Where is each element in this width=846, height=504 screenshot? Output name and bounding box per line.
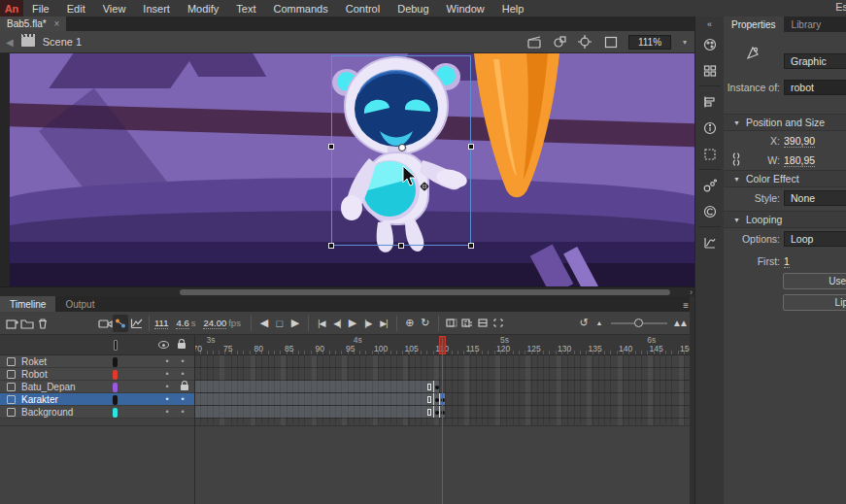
layer-color-swatch[interactable] bbox=[113, 395, 118, 405]
w-value[interactable]: 180,95 bbox=[784, 154, 815, 167]
stage-horizontal-scrollbar[interactable]: › bbox=[0, 286, 694, 296]
workspace-switcher[interactable]: Es bbox=[835, 1, 846, 13]
frame-span[interactable] bbox=[194, 381, 433, 392]
center-stage-button[interactable] bbox=[578, 34, 593, 50]
disclosure-triangle-icon[interactable]: ▼ bbox=[733, 217, 740, 223]
tab-timeline[interactable]: Timeline bbox=[0, 296, 55, 312]
previous-keyframe-button[interactable]: ◀| bbox=[329, 315, 345, 332]
frame-span[interactable] bbox=[194, 406, 433, 418]
transform-panel-button[interactable] bbox=[695, 141, 725, 167]
menu-file[interactable]: File bbox=[23, 3, 58, 15]
back-arrow-icon[interactable]: ◀ bbox=[6, 37, 14, 48]
onion-skin-button[interactable] bbox=[444, 315, 459, 332]
slider-knob[interactable] bbox=[634, 319, 643, 327]
disclosure-triangle-icon[interactable]: ▼ bbox=[733, 119, 740, 126]
menu-window[interactable]: Window bbox=[438, 3, 493, 15]
layer-visibility-dot[interactable]: • bbox=[160, 393, 174, 406]
layer-visibility-dot[interactable]: • bbox=[160, 355, 174, 368]
panel-menu-icon[interactable]: ≡ bbox=[683, 300, 689, 311]
layer-lock-dot[interactable]: • bbox=[176, 355, 189, 368]
menu-help[interactable]: Help bbox=[493, 3, 533, 15]
menu-edit[interactable]: Edit bbox=[58, 3, 94, 15]
layer-color-swatch[interactable] bbox=[113, 408, 118, 418]
lock-icon[interactable] bbox=[178, 343, 186, 349]
zoom-level-select[interactable]: 111% bbox=[628, 35, 671, 50]
x-value[interactable]: 390,90 bbox=[784, 135, 815, 148]
section-position-size[interactable]: ▼ Position and Size bbox=[724, 114, 846, 131]
brush-library-panel-button[interactable] bbox=[695, 172, 725, 198]
instance-name-field[interactable]: robot bbox=[784, 80, 846, 95]
go-to-last-frame-button[interactable]: ▶| bbox=[376, 315, 391, 332]
layer-locked-icon[interactable] bbox=[181, 385, 188, 390]
center-frame-button[interactable]: ⊕ bbox=[402, 315, 418, 332]
modify-markers-button[interactable] bbox=[491, 315, 506, 332]
tab-properties[interactable]: Properties bbox=[724, 17, 784, 32]
edit-multiple-frames-button[interactable] bbox=[475, 315, 491, 332]
delete-layer-button[interactable] bbox=[35, 315, 51, 332]
style-select[interactable]: None bbox=[784, 190, 846, 206]
cc-libraries-panel-button[interactable] bbox=[695, 198, 725, 224]
section-color-effect[interactable]: ▼ Color Effect bbox=[724, 170, 846, 187]
layer-row-karakter[interactable]: Karakter•• bbox=[0, 393, 194, 406]
layer-visibility-dot[interactable]: • bbox=[160, 368, 174, 381]
clip-content-button[interactable] bbox=[603, 34, 619, 50]
edit-symbols-button[interactable] bbox=[553, 34, 568, 50]
stage-pasteboard[interactable] bbox=[0, 53, 694, 286]
tab-output[interactable]: Output bbox=[55, 296, 104, 312]
eye-icon[interactable] bbox=[158, 341, 169, 349]
menu-control[interactable]: Control bbox=[337, 3, 389, 15]
next-keyframe-button[interactable]: |▶ bbox=[360, 315, 376, 332]
close-icon[interactable]: × bbox=[54, 18, 60, 29]
symbol-type-select[interactable]: Graphic bbox=[784, 53, 846, 69]
link-width-height-icon[interactable] bbox=[731, 151, 745, 167]
info-panel-button[interactable] bbox=[695, 115, 725, 141]
selection-handle-bottom-right[interactable] bbox=[468, 243, 474, 249]
reset-timeline-zoom-button[interactable]: ↺ bbox=[576, 315, 592, 332]
stop-button[interactable]: □ bbox=[272, 315, 288, 332]
edit-scene-button[interactable] bbox=[527, 34, 543, 50]
keyframe[interactable] bbox=[433, 381, 439, 392]
selection-handle-bottom-left[interactable] bbox=[328, 243, 334, 249]
selection-bounding-box[interactable] bbox=[331, 55, 471, 246]
zoom-out-frames-button[interactable]: ▲ bbox=[592, 315, 607, 332]
layer-lock-dot[interactable]: • bbox=[176, 406, 189, 419]
layer-visibility-dot[interactable]: • bbox=[160, 406, 174, 419]
layer-visibility-dot[interactable]: • bbox=[160, 381, 174, 393]
menu-commands[interactable]: Commands bbox=[264, 3, 336, 15]
layer-row-roket[interactable]: Roket•• bbox=[0, 355, 194, 368]
menu-debug[interactable]: Debug bbox=[389, 3, 437, 15]
transform-point[interactable] bbox=[398, 144, 406, 151]
menu-modify[interactable]: Modify bbox=[179, 3, 227, 15]
layer-row-background[interactable]: Background•• bbox=[0, 406, 194, 419]
collapse-panels-icon[interactable]: « bbox=[695, 17, 724, 31]
swatches-panel-button[interactable] bbox=[695, 57, 725, 84]
playhead-line[interactable] bbox=[442, 336, 444, 504]
scene-name[interactable]: Scene 1 bbox=[43, 36, 82, 48]
layer-lock-dot[interactable]: • bbox=[176, 393, 189, 406]
frame-span[interactable] bbox=[194, 393, 433, 405]
layer-color-swatch[interactable] bbox=[113, 357, 118, 367]
layer-lock-dot[interactable]: • bbox=[176, 368, 189, 381]
play-button[interactable]: ▶ bbox=[345, 315, 360, 332]
menu-insert[interactable]: Insert bbox=[134, 3, 179, 15]
zoom-in-frames-button[interactable]: ▲▲ bbox=[671, 315, 687, 332]
selection-handle-bottom-center[interactable] bbox=[398, 243, 404, 249]
selection-handle-right[interactable] bbox=[468, 144, 474, 150]
align-panel-button[interactable] bbox=[695, 88, 725, 115]
step-back-button[interactable]: ◀ bbox=[256, 315, 272, 332]
disclosure-triangle-icon[interactable]: ▼ bbox=[733, 176, 740, 183]
document-tab[interactable]: Bab5.fla* × bbox=[0, 17, 66, 31]
layer-frames-divider[interactable] bbox=[194, 335, 195, 504]
onion-skin-outlines-button[interactable] bbox=[459, 315, 475, 332]
color-panel-button[interactable] bbox=[695, 31, 725, 57]
new-layer-button[interactable] bbox=[4, 315, 19, 332]
elapsed-time-value[interactable]: 4.6 bbox=[176, 318, 188, 329]
step-forward-button[interactable]: ▶ bbox=[288, 315, 303, 332]
show-parenting-button[interactable] bbox=[113, 315, 128, 332]
layer-row-robot[interactable]: Robot•• bbox=[0, 368, 194, 381]
scrollbar-thumb[interactable] bbox=[180, 289, 670, 295]
section-looping[interactable]: ▼ Looping bbox=[724, 211, 846, 228]
lip-syncing-button[interactable]: Lip S bbox=[783, 294, 846, 311]
layer-color-swatch[interactable] bbox=[113, 383, 118, 392]
motion-graph-button[interactable] bbox=[128, 315, 144, 332]
